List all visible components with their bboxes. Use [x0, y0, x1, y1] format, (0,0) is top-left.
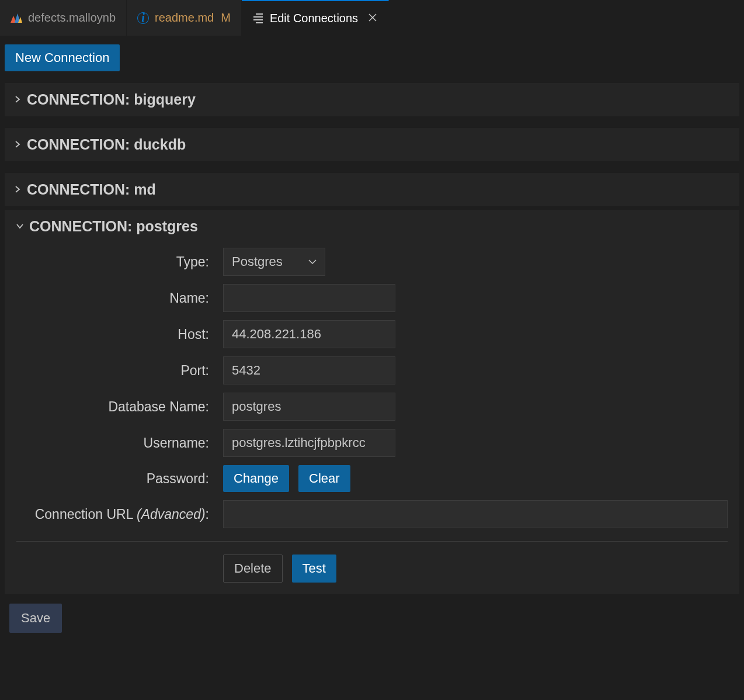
tab-readme-md[interactable]: i readme.md M: [127, 0, 242, 36]
connection-header-md[interactable]: CONNECTION: md: [5, 173, 739, 206]
list-icon: [252, 13, 264, 25]
delete-button[interactable]: Delete: [223, 555, 283, 583]
tab-edit-connections[interactable]: Edit Connections: [242, 0, 389, 36]
tab-defects-malloynb[interactable]: defects.malloynb: [0, 0, 127, 36]
type-select[interactable]: Postgres: [223, 248, 325, 276]
type-value: Postgres: [232, 254, 283, 269]
username-label: Username:: [16, 435, 209, 451]
connection-header-bigquery[interactable]: CONNECTION: bigquery: [5, 83, 739, 116]
dbname-input[interactable]: [223, 393, 395, 421]
name-label: Name:: [16, 290, 209, 306]
new-connection-button[interactable]: New Connection: [5, 44, 120, 71]
port-label: Port:: [16, 363, 209, 379]
dbname-label: Database Name:: [16, 399, 209, 415]
connection-postgres: CONNECTION: postgres Type: Postgres Name…: [5, 210, 739, 594]
tab-label: defects.malloynb: [28, 11, 116, 25]
connection-title: CONNECTION: md: [27, 181, 156, 198]
connurl-input[interactable]: [223, 500, 728, 528]
host-label: Host:: [16, 327, 209, 342]
chevron-right-icon: [14, 95, 21, 105]
test-button[interactable]: Test: [292, 555, 336, 583]
save-button[interactable]: Save: [9, 604, 62, 633]
type-label: Type:: [16, 254, 209, 270]
name-input[interactable]: [223, 284, 395, 312]
malloy-icon: [11, 12, 22, 24]
info-icon: i: [137, 12, 149, 24]
close-icon[interactable]: [367, 11, 378, 26]
chevron-down-icon: [308, 257, 317, 266]
connection-title: CONNECTION: bigquery: [27, 91, 196, 108]
connection-header-postgres[interactable]: CONNECTION: postgres: [16, 216, 728, 240]
connection-title: CONNECTION: duckdb: [27, 136, 186, 153]
connurl-label: Connection URL (Advanced):: [16, 507, 209, 522]
chevron-right-icon: [14, 140, 21, 150]
tab-label: Edit Connections: [270, 12, 358, 25]
editor-tabs: defects.malloynb i readme.md M Edit Conn…: [0, 0, 744, 36]
port-input[interactable]: [223, 356, 395, 384]
connection-title: CONNECTION: postgres: [29, 218, 198, 235]
host-input[interactable]: [223, 320, 395, 348]
chevron-down-icon: [16, 221, 23, 232]
password-label: Password:: [16, 471, 209, 487]
modified-indicator: M: [221, 11, 231, 25]
connection-header-duckdb[interactable]: CONNECTION: duckdb: [5, 128, 739, 161]
tab-label: readme.md: [155, 11, 214, 25]
chevron-right-icon: [14, 185, 21, 195]
connections-panel: New Connection CONNECTION: bigquery CONN…: [0, 36, 744, 637]
password-change-button[interactable]: Change: [223, 465, 289, 492]
username-input[interactable]: [223, 429, 395, 457]
password-clear-button[interactable]: Clear: [298, 465, 350, 492]
